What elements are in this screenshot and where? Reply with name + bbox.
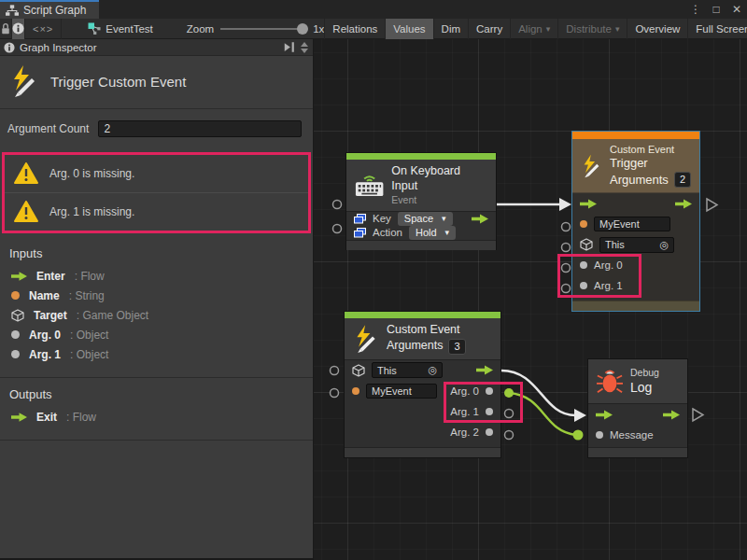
unit-title: Trigger Custom Event: [50, 74, 186, 90]
object-port-icon[interactable]: [580, 282, 587, 289]
chevron-down-icon: ▾: [615, 24, 620, 34]
port-item: Exit : Flow: [11, 407, 303, 427]
flow-row: [572, 193, 699, 214]
code-view-button[interactable]: <×>: [25, 19, 62, 39]
key-dropdown[interactable]: Space ▾: [398, 212, 453, 226]
node-footer: [588, 447, 687, 457]
object-port-icon[interactable]: [486, 387, 493, 395]
tab-script-graph[interactable]: Script Graph: [0, 0, 99, 19]
debug-log-node[interactable]: Debug Log Message: [587, 358, 688, 458]
custom-event-node[interactable]: Custom Event Arguments 3 This ◎: [344, 311, 501, 458]
trigger-custom-event-node[interactable]: Custom Event Trigger Arguments 2: [571, 131, 700, 312]
output-flow-port-icon[interactable]: [693, 409, 703, 421]
event-name-field[interactable]: MyEvent: [594, 217, 670, 231]
scroll-down-icon[interactable]: [301, 49, 308, 53]
flow-output-icon[interactable]: [675, 199, 692, 209]
dim-button[interactable]: Dim: [433, 19, 468, 39]
carry-button[interactable]: Carry: [468, 19, 510, 39]
on-keyboard-input-node[interactable]: On Keyboard Input Event Key Space ▾: [345, 152, 497, 250]
event-name-field[interactable]: MyEvent: [366, 384, 437, 399]
scroll-up-icon[interactable]: [301, 42, 308, 47]
distribute-button: Distribute ▾: [557, 19, 627, 39]
object-port-icon[interactable]: [486, 428, 493, 436]
arguments-count-badge[interactable]: 2: [674, 172, 691, 188]
node-header[interactable]: Custom Event Trigger Arguments 2: [572, 139, 699, 193]
scroll-stepper[interactable]: [301, 42, 309, 53]
inspector-toggle-button[interactable]: [12, 19, 25, 39]
graph-inspector-panel: Graph Inspector Trigger Custom Event: [0, 39, 314, 560]
output-port-icon[interactable]: [505, 431, 514, 440]
input-port-icon[interactable]: [562, 244, 571, 252]
flow-input-icon[interactable]: [580, 199, 597, 209]
inspector-header: Graph Inspector: [0, 39, 313, 56]
node-header[interactable]: Debug Log: [588, 359, 687, 404]
values-button[interactable]: Values: [385, 19, 432, 39]
relations-button[interactable]: Relations: [324, 19, 385, 39]
graph-toolbar: <×> EventTest Zoom 1x Relations Values D…: [0, 19, 747, 39]
enum-icon: [354, 228, 366, 238]
target-picker-icon[interactable]: ◎: [659, 239, 669, 251]
window-close-icon[interactable]: ✕: [726, 0, 747, 19]
node-footer: [346, 240, 496, 250]
window-menu-icon[interactable]: ⋮: [685, 0, 706, 19]
input-port-icon[interactable]: [562, 223, 571, 231]
output-port-icon[interactable]: [505, 410, 514, 418]
flow-input-icon[interactable]: [596, 410, 613, 420]
action-dropdown[interactable]: Hold ▾: [409, 226, 456, 240]
overview-button[interactable]: Overview: [627, 19, 687, 39]
lock-button[interactable]: [0, 19, 12, 39]
node-header[interactable]: Custom Event Arguments 3: [345, 318, 500, 360]
node-title: Log: [630, 380, 659, 397]
input-port-icon[interactable]: [562, 264, 571, 273]
flow-output-icon[interactable]: [663, 410, 680, 420]
input-port-icon[interactable]: [333, 225, 342, 233]
enum-icon: [354, 214, 366, 224]
window-maximize-icon[interactable]: □: [706, 0, 726, 19]
string-port-icon[interactable]: [352, 387, 359, 395]
warning-icon: [14, 201, 38, 223]
input-port-icon[interactable]: [331, 389, 339, 398]
target-picker-icon[interactable]: ◎: [428, 364, 437, 376]
input-port-icon[interactable]: [562, 285, 571, 293]
object-port-icon[interactable]: [580, 261, 587, 269]
message-label: Message: [610, 429, 654, 441]
target-field[interactable]: This ◎: [372, 362, 443, 378]
flow-output-icon[interactable]: [472, 214, 488, 224]
object-port-icon[interactable]: [596, 431, 603, 439]
zoom-slider[interactable]: [220, 28, 306, 30]
zoom-control: Zoom 1x: [187, 23, 325, 35]
flow-output-icon[interactable]: [476, 365, 493, 375]
arguments-label: Arguments: [610, 173, 669, 188]
target-field[interactable]: This ◎: [599, 237, 674, 253]
node-title: Custom Event: [387, 323, 466, 338]
dock-panel-icon[interactable]: [283, 42, 296, 52]
graph-breadcrumb[interactable]: EventTest: [78, 22, 162, 35]
arg2-output-label: Arg. 2: [450, 427, 479, 438]
connected-port-icon[interactable]: [573, 430, 584, 441]
arg1-label: Arg. 1: [594, 280, 623, 291]
graph-canvas[interactable]: On Keyboard Input Event Key Space ▾: [314, 39, 747, 560]
output-flow-port-icon[interactable]: [707, 199, 717, 211]
input-port-icon[interactable]: [331, 367, 339, 375]
arg2-row: Arg. 2: [345, 422, 500, 442]
object-port-icon: [11, 350, 20, 358]
arg1-row: Arg. 1: [572, 275, 699, 296]
string-port-icon[interactable]: [580, 220, 587, 228]
string-port-icon: [11, 291, 20, 300]
game-object-icon[interactable]: [352, 364, 365, 377]
game-object-icon[interactable]: [580, 238, 593, 251]
chevron-down-icon: ▾: [442, 214, 446, 223]
argument-count-input[interactable]: [98, 120, 302, 137]
zoom-slider-handle[interactable]: [297, 23, 308, 35]
object-port-icon[interactable]: [486, 408, 493, 415]
node-header[interactable]: On Keyboard Input Event: [346, 160, 496, 212]
event-name-row: MyEvent Arg. 0: [345, 381, 500, 401]
full-screen-button[interactable]: Full Screen: [687, 19, 747, 39]
connected-port-icon[interactable]: [504, 388, 514, 398]
tabbar-spacer: [99, 0, 685, 19]
colon: :: [75, 270, 78, 283]
input-port-icon[interactable]: [333, 201, 342, 209]
target-row: This ◎: [345, 360, 500, 381]
align-button: Align ▾: [510, 19, 557, 39]
arguments-count-badge[interactable]: 3: [448, 339, 465, 355]
